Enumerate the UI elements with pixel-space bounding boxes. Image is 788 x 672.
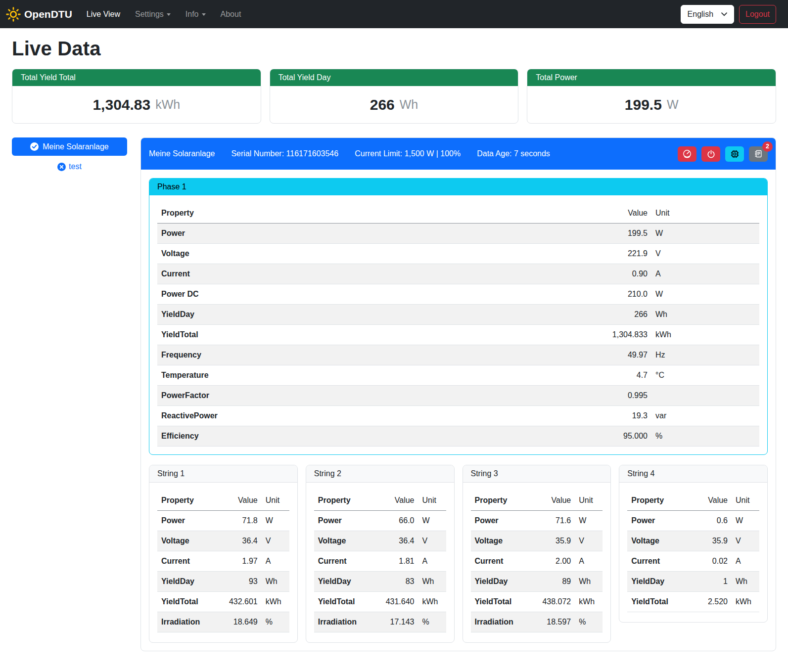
total-power-value: 199.5: [625, 96, 662, 113]
table-row: PowerFactor0.995: [157, 386, 759, 406]
table-row: YieldDay83Wh: [314, 572, 446, 592]
sidebar-item-label: Meine Solaranlage: [43, 142, 108, 151]
property-value: 18.649: [216, 614, 262, 630]
nav-item-live-view[interactable]: Live View: [79, 6, 128, 23]
table-row: Irradiation17.143%: [314, 612, 446, 632]
string-2-table: PropertyValueUnitPower66.0WVoltage36.4VC…: [314, 491, 446, 632]
property-name: YieldDay: [157, 306, 577, 323]
property-name: Power DC: [157, 286, 577, 303]
brand-label: OpenDTU: [24, 8, 72, 20]
table-header-row: PropertyValueUnit: [157, 491, 289, 511]
page-container: Live Data Total Yield Total 1,304.83 kWh…: [0, 38, 788, 651]
column-header: Unit: [418, 492, 446, 509]
property-name: Irradiation: [471, 614, 530, 630]
check-circle-icon: [30, 142, 39, 151]
caret-down-icon: [202, 13, 206, 16]
property-name: Power: [157, 512, 216, 529]
string-3-header: String 3: [463, 465, 611, 483]
property-name: Voltage: [314, 533, 373, 549]
sidebar-item-meine-solaranlage[interactable]: Meine Solaranlage: [12, 137, 127, 156]
nav-item-info[interactable]: Info: [178, 6, 213, 23]
table-row: YieldDay93Wh: [157, 572, 289, 592]
table-row: Voltage36.4V: [314, 531, 446, 551]
column-header: Value: [373, 492, 418, 509]
nav-item-about[interactable]: About: [213, 6, 249, 23]
property-unit: Wh: [418, 573, 446, 590]
table-row: Power199.5W: [157, 224, 759, 244]
table-row: Current2.00A: [471, 551, 603, 572]
limit-settings-button[interactable]: [678, 146, 696, 162]
table-row: Current1.81A: [314, 551, 446, 572]
property-unit: °C: [651, 367, 759, 384]
property-unit: kWh: [732, 593, 759, 610]
property-value: 17.143: [373, 614, 418, 630]
property-name: YieldTotal: [471, 593, 530, 610]
brand[interactable]: OpenDTU: [6, 7, 72, 22]
language-select[interactable]: English: [681, 5, 734, 24]
property-value: 266: [577, 306, 651, 323]
column-header: Property: [627, 492, 686, 509]
table-row: YieldDay1Wh: [627, 572, 759, 592]
table-row: YieldTotal438.072kWh: [471, 592, 603, 612]
inverter-card: Meine Solaranlage Serial Number: 1161716…: [140, 137, 776, 651]
table-header-row: PropertyValueUnit: [627, 491, 759, 511]
table-header-row: PropertyValueUnit: [157, 203, 759, 224]
property-unit: Wh: [651, 306, 759, 323]
sidebar-item-label: test: [69, 162, 82, 171]
chevron-down-icon: [721, 12, 727, 16]
table-header-row: PropertyValueUnit: [471, 491, 603, 511]
property-name: Power: [157, 225, 577, 242]
logout-button[interactable]: Logout: [739, 5, 776, 24]
total-yield-day-value: 266: [370, 96, 395, 113]
caret-down-icon: [167, 13, 171, 16]
property-unit: V: [575, 533, 603, 549]
column-header: Property: [157, 492, 216, 509]
nav-item-settings[interactable]: Settings: [128, 6, 178, 23]
inverter-data-age: Data Age: 7 seconds: [477, 149, 550, 158]
string-2-card: String 2 PropertyValueUnitPower66.0WVolt…: [306, 465, 455, 643]
property-value: 0.90: [577, 266, 651, 282]
nav-links: Live View Settings Info About: [79, 6, 249, 23]
property-value: 36.4: [216, 533, 262, 549]
column-header: Value: [577, 205, 651, 222]
total-yield-total-value: 1,304.83: [93, 96, 150, 113]
device-info-button[interactable]: [725, 146, 744, 162]
property-name: Current: [627, 553, 686, 570]
string-1-card: String 1 PropertyValueUnitPower71.8WVolt…: [149, 465, 298, 643]
property-value: 36.4: [373, 533, 418, 549]
string-3-body: PropertyValueUnitPower71.6WVoltage35.9VC…: [463, 483, 611, 642]
column-header: Property: [157, 205, 577, 222]
string-4-table: PropertyValueUnitPower0.6WVoltage35.9VCu…: [627, 491, 759, 612]
property-unit: kWh: [575, 593, 603, 610]
inverter-actions: 2: [678, 146, 768, 162]
property-unit: %: [651, 428, 759, 445]
event-log-button[interactable]: 2: [749, 146, 768, 162]
property-value: 438.072: [529, 593, 575, 610]
property-value: 1.97: [216, 553, 262, 570]
property-name: Voltage: [157, 245, 577, 262]
string-4-body: PropertyValueUnitPower0.6WVoltage35.9VCu…: [619, 483, 767, 622]
property-name: Frequency: [157, 347, 577, 363]
property-unit: A: [732, 553, 759, 570]
power-icon: [707, 150, 715, 158]
property-name: Power: [627, 512, 686, 529]
table-row: Current1.97A: [157, 551, 289, 572]
inverter-body: Phase 1 PropertyValueUnitPower199.5WVolt…: [141, 170, 776, 651]
column-header: Property: [471, 492, 530, 509]
property-name: Irradiation: [157, 614, 216, 630]
inverter-name: Meine Solaranlage: [149, 149, 215, 158]
property-unit: [651, 392, 759, 400]
property-value: 199.5: [577, 225, 651, 242]
table-row: Voltage221.9V: [157, 244, 759, 264]
property-name: Voltage: [157, 533, 216, 549]
property-unit: W: [651, 286, 759, 303]
property-unit: %: [418, 614, 446, 630]
sidebar-item-test[interactable]: test: [12, 162, 127, 171]
table-row: Power71.6W: [471, 511, 603, 531]
property-name: YieldDay: [157, 573, 216, 590]
property-name: YieldTotal: [157, 326, 577, 343]
column-header: Unit: [651, 205, 759, 222]
table-row: Current0.90A: [157, 264, 759, 284]
property-value: 1: [686, 573, 732, 590]
power-button[interactable]: [701, 146, 720, 162]
